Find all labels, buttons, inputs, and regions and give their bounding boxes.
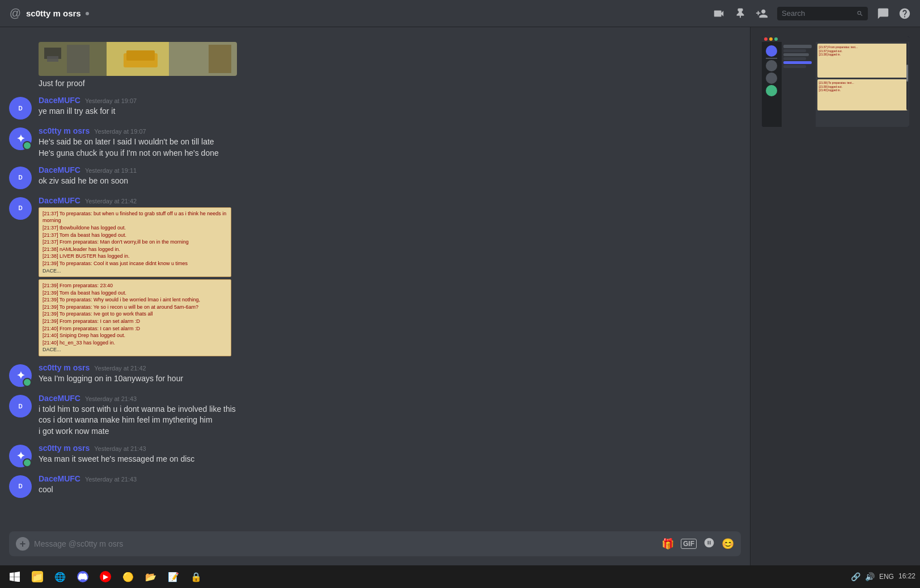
svg-rect-7 [209,45,231,73]
attach-button[interactable]: + [16,537,29,551]
avatar-dace: D [9,475,32,498]
message-header: DaceMUFC Yesterday at 21:43 [39,474,741,483]
browser-icon: 🌐 [54,571,66,582]
message-text: He's said be on later I said I wouldn't … [39,137,741,147]
message-content: sc0tty m osrs Yesterday at 21:42 Yea I'm… [39,363,741,384]
systray: 🔗 🔊 ENG [851,572,894,581]
timestamp: Yesterday at 21:42 [94,365,146,372]
security-icon: 🔒 [190,571,202,582]
caption-text: Just for proof [39,78,741,89]
message-text: ok ziv said he be on soon [39,176,741,186]
messages-list: Just for proof D DaceMUFC Yesterday at 1… [0,27,750,531]
timestamp: Yesterday at 21:43 [85,395,137,402]
clock-time: 16:22 [898,572,915,581]
dm-icon: @ [9,7,22,20]
message-content: DaceMUFC Yesterday at 19:11 ok ziv said … [39,165,741,186]
message-header: DaceMUFC Yesterday at 21:42 [39,196,741,205]
input-bar: + 🎁 GIF 😊 [0,531,750,565]
right-panel: [21:37] From preparatas: text... [21:37]… [750,27,920,565]
taskbar-right: 🔗 🔊 ENG 16:22 [851,572,915,581]
taskbar-discord[interactable] [73,568,93,586]
media-icon: ▶ [100,571,111,582]
message-header: sc0tty m osrs Yesterday at 21:43 [39,444,741,453]
topbar-left: @ sc0tty m osrs [9,7,706,20]
username: DaceMUFC [39,165,80,174]
avatar-dace: D [9,97,32,120]
app-yellow-icon: 🟡 [122,571,134,582]
search-input[interactable] [782,9,853,18]
svg-rect-6 [67,45,90,73]
message-text: cos i dont wanna make him feel im myther… [39,415,741,425]
gift-icon[interactable]: 🎁 [662,538,674,550]
discord-logo-icon: ✦ [16,450,25,462]
timestamp: Yesterday at 19:11 [85,167,137,174]
taskbar-security[interactable]: 🔒 [186,568,206,586]
search-bar[interactable] [777,7,868,20]
taskbar-files2[interactable]: 📂 [141,568,161,586]
log-image-1: [21:37] To preparatas: but when u finish… [39,207,231,277]
notes-icon: 📝 [168,571,179,582]
message-text: ye man ill try ask for it [39,106,741,117]
windows-icon [9,571,20,582]
inbox-icon[interactable] [877,7,889,20]
message-group-sc0tty-2143: ✦ sc0tty m osrs Yesterday at 21:43 Yea m… [0,441,750,470]
topbar-icons [713,7,911,20]
message-input[interactable] [34,539,657,548]
message-content: DaceMUFC Yesterday at 21:43 cool [39,474,741,495]
message-header: DaceMUFC Yesterday at 19:11 [39,165,741,174]
avatar-sc0tty: ✦ [9,445,32,467]
avatar-dace: D [9,395,32,417]
files-icon: 📂 [145,571,156,582]
taskbar-browser[interactable]: 🌐 [50,568,70,586]
discord-logo-icon: ✦ [16,133,25,145]
timestamp: Yesterday at 19:07 [94,128,146,135]
discord-app-icon [77,571,88,582]
username: DaceMUFC [39,96,80,105]
taskbar-clock: 16:22 [898,572,915,581]
taskbar: 📁 🌐 ▶ 🟡 📂 📝 🔒 🔗 🔊 ENG 16:22 [0,565,920,588]
message-header: DaceMUFC Yesterday at 19:07 [39,96,741,105]
log-image-2: [21:39] From preparatas: 23:40 [21:39] T… [39,279,231,356]
svg-rect-5 [47,56,58,62]
sticker-icon[interactable] [703,537,715,551]
message-content: DaceMUFC Yesterday at 21:42 [21:37] To p… [39,196,741,356]
emoji-icon[interactable]: 😊 [722,538,734,550]
username: DaceMUFC [39,196,80,205]
pin-icon[interactable] [734,7,747,20]
discord-logo-icon: ✦ [16,369,25,382]
channel-status-dot [86,12,89,15]
input-wrapper: + 🎁 GIF 😊 [9,531,741,556]
message-group-dace-1911: D DaceMUFC Yesterday at 19:11 ok ziv sai… [0,163,750,191]
message-group: Just for proof [0,36,750,91]
taskbar-media[interactable]: ▶ [95,568,116,586]
message-group-sc0tty-1907: ✦ sc0tty m osrs Yesterday at 19:07 He's … [0,124,750,161]
taskbar-notes[interactable]: 📝 [163,568,184,586]
language-indicator: ENG [879,573,894,581]
add-friend-icon[interactable] [756,7,768,20]
chat-area: Just for proof D DaceMUFC Yesterday at 1… [0,27,750,565]
message-content: DaceMUFC Yesterday at 19:07 ye man ill t… [39,96,741,117]
svg-rect-9 [126,50,155,61]
message-text: cool [39,484,741,495]
video-call-icon[interactable] [713,7,725,20]
avatar-sc0tty: ✦ [9,364,32,387]
input-icons: 🎁 GIF 😊 [662,537,734,551]
message-content: Just for proof [39,39,741,89]
message-text: i got work now mate [39,426,741,437]
taskbar-start-button[interactable] [5,568,25,586]
username: sc0tty m osrs [39,444,90,453]
message-text: He's guna chuck it you if I'm not on whe… [39,148,741,159]
avatar-sc0tty: ✦ [9,127,32,150]
message-text: Yea man it sweet he's messaged me on dis… [39,454,741,465]
help-icon[interactable] [898,7,911,20]
username: DaceMUFC [39,394,80,403]
username: sc0tty m osrs [39,126,90,135]
message-group-sc0tty-2142: ✦ sc0tty m osrs Yesterday at 21:42 Yea I… [0,361,750,389]
message-content: DaceMUFC Yesterday at 21:43 i told him t… [39,394,741,437]
gif-icon[interactable]: GIF [681,539,697,549]
timestamp: Yesterday at 21:42 [85,198,137,204]
taskbar-file-explorer[interactable]: 📁 [27,568,48,586]
network-icon: 🔗 [851,572,860,581]
taskbar-app-yellow[interactable]: 🟡 [118,568,138,586]
username: DaceMUFC [39,474,80,483]
